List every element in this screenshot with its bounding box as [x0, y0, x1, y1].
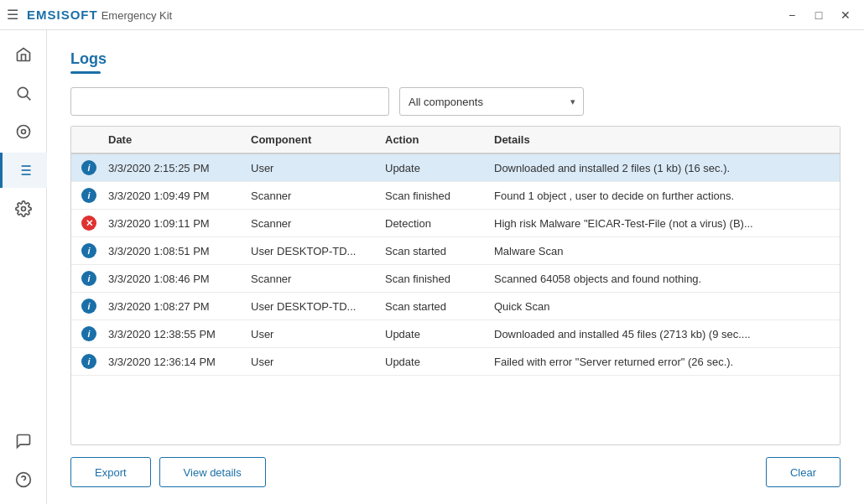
table-body: i3/3/2020 2:15:25 PMUserUpdateDownloaded…: [71, 153, 840, 376]
bottom-bar: Export View details Clear: [70, 457, 841, 487]
row-details: High risk Malware "EICAR-Test-File (not …: [484, 210, 840, 237]
sidebar-item-help[interactable]: [6, 462, 41, 497]
toolbar: All components Scanner User Updater ▾: [70, 87, 841, 116]
table-row[interactable]: i3/3/2020 12:38:55 PMUserUpdateDownloade…: [71, 320, 840, 348]
info-icon: i: [81, 160, 96, 175]
svg-point-2: [17, 126, 29, 138]
table-row[interactable]: ✕3/3/2020 1:09:11 PMScannerDetectionHigh…: [71, 210, 840, 237]
info-icon: i: [81, 271, 96, 286]
row-details: Downloaded and installed 2 files (1 kb) …: [484, 153, 840, 182]
component-dropdown-wrapper: All components Scanner User Updater ▾: [399, 87, 584, 116]
row-details: Quick Scan: [484, 293, 840, 320]
row-date: 3/3/2020 1:08:46 PM: [98, 265, 241, 293]
row-component: User: [241, 348, 375, 376]
table-scroll[interactable]: Date Component Action Details i3/3/2020 …: [71, 127, 840, 376]
row-action: Scan started: [375, 293, 484, 320]
row-icon-cell: i: [71, 237, 98, 265]
info-icon: i: [81, 243, 96, 258]
maximize-button[interactable]: □: [807, 3, 830, 27]
row-icon-cell: i: [71, 182, 98, 210]
info-icon: i: [81, 326, 96, 341]
info-icon: i: [81, 299, 96, 314]
row-action: Update: [375, 320, 484, 348]
row-icon-cell: i: [71, 320, 98, 348]
col-header-details: Details: [484, 127, 840, 153]
table-row[interactable]: i3/3/2020 12:36:14 PMUserUpdateFailed wi…: [71, 348, 840, 376]
col-header-action: Action: [375, 127, 484, 153]
row-component: User: [241, 153, 375, 182]
row-action: Scan finished: [375, 182, 484, 210]
row-action: Update: [375, 153, 484, 182]
row-date: 3/3/2020 12:36:14 PM: [98, 348, 241, 376]
row-icon-cell: i: [71, 293, 98, 320]
table-row[interactable]: i3/3/2020 1:08:51 PMUser DESKTOP-TD...Sc…: [71, 237, 840, 265]
row-details: Failed with error "Server returned error…: [484, 348, 840, 376]
row-details: Found 1 object , user to decide on furth…: [484, 182, 840, 210]
bottom-left-buttons: Export View details: [70, 457, 266, 487]
row-details: Scanned 64058 objects and found nothing.: [484, 265, 840, 293]
search-input[interactable]: [70, 87, 389, 116]
svg-line-1: [26, 96, 30, 101]
row-date: 3/3/2020 1:08:51 PM: [98, 237, 241, 265]
brand-sub: Emergency Kit: [101, 9, 173, 22]
content-area: Logs All components Scanner User Updater…: [47, 30, 864, 504]
clear-button[interactable]: Clear: [766, 457, 841, 487]
close-button[interactable]: ✕: [834, 3, 857, 27]
logs-table: Date Component Action Details i3/3/2020 …: [71, 127, 840, 376]
sidebar: [0, 30, 47, 504]
info-icon: i: [81, 188, 96, 203]
page-header: Logs: [70, 50, 841, 74]
row-date: 3/3/2020 1:08:27 PM: [98, 293, 241, 320]
row-icon-cell: ✕: [71, 210, 98, 237]
table-row[interactable]: i3/3/2020 1:09:49 PMScannerScan finished…: [71, 182, 840, 210]
row-action: Scan finished: [375, 265, 484, 293]
sidebar-item-settings[interactable]: [6, 191, 41, 226]
row-component: Scanner: [241, 210, 375, 237]
table-row[interactable]: i3/3/2020 1:08:46 PMScannerScan finished…: [71, 265, 840, 293]
col-header-date: Date: [98, 127, 241, 153]
error-icon: ✕: [81, 216, 96, 231]
app-body: Logs All components Scanner User Updater…: [0, 30, 864, 504]
row-date: 3/3/2020 12:38:55 PM: [98, 320, 241, 348]
sidebar-item-home[interactable]: [6, 37, 41, 72]
row-icon-cell: i: [71, 348, 98, 376]
col-header-icon: [71, 127, 98, 153]
sidebar-item-search[interactable]: [6, 75, 41, 111]
menu-icon[interactable]: ☰: [7, 7, 18, 23]
svg-point-3: [21, 130, 25, 134]
component-dropdown[interactable]: All components Scanner User Updater: [399, 87, 584, 116]
row-details: Downloaded and installed 45 files (2713 …: [484, 320, 840, 348]
row-date: 3/3/2020 1:09:11 PM: [98, 210, 241, 237]
sidebar-item-chat[interactable]: [6, 423, 41, 459]
export-button[interactable]: Export: [70, 457, 151, 487]
row-date: 3/3/2020 1:09:49 PM: [98, 182, 241, 210]
table-row[interactable]: i3/3/2020 2:15:25 PMUserUpdateDownloaded…: [71, 153, 840, 182]
row-action: Update: [375, 348, 484, 376]
page-title-underline: [70, 71, 101, 74]
row-component: User DESKTOP-TD...: [241, 293, 375, 320]
row-icon-cell: i: [71, 265, 98, 293]
sidebar-item-scan[interactable]: [6, 114, 41, 149]
sidebar-item-logs[interactable]: [0, 153, 47, 188]
brand-name: EMSISOFT: [27, 8, 98, 22]
table-header-row: Date Component Action Details: [71, 127, 840, 153]
info-icon: i: [81, 354, 96, 369]
row-details: Malware Scan: [484, 237, 840, 265]
row-component: User: [241, 320, 375, 348]
brand: EMSISOFT Emergency Kit: [27, 8, 172, 22]
svg-point-10: [21, 207, 25, 211]
col-header-component: Component: [241, 127, 375, 153]
row-action: Detection: [375, 210, 484, 237]
titlebar-left: ☰ EMSISOFT Emergency Kit: [7, 7, 780, 23]
minimize-button[interactable]: −: [780, 3, 804, 27]
row-icon-cell: i: [71, 153, 98, 182]
row-date: 3/3/2020 2:15:25 PM: [98, 153, 241, 182]
view-details-button[interactable]: View details: [159, 457, 266, 487]
titlebar: ☰ EMSISOFT Emergency Kit − □ ✕: [0, 0, 864, 30]
row-component: Scanner: [241, 265, 375, 293]
svg-point-0: [18, 87, 28, 97]
row-action: Scan started: [375, 237, 484, 265]
row-component: Scanner: [241, 182, 375, 210]
logs-table-container: Date Component Action Details i3/3/2020 …: [70, 126, 841, 445]
table-row[interactable]: i3/3/2020 1:08:27 PMUser DESKTOP-TD...Sc…: [71, 293, 840, 320]
